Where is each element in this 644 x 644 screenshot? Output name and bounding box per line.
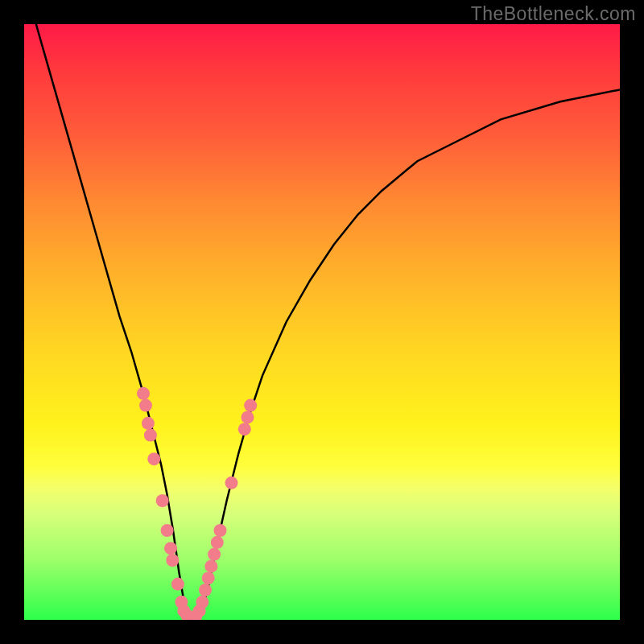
- plot-area: [24, 24, 620, 620]
- sample-point: [202, 572, 215, 584]
- sample-point: [225, 477, 238, 489]
- sample-point: [211, 536, 224, 549]
- sample-point: [214, 524, 227, 537]
- sample-point: [171, 578, 184, 591]
- sample-point: [142, 417, 155, 430]
- sample-point: [161, 524, 174, 537]
- bottleneck-curve: [36, 24, 620, 620]
- sample-point: [196, 596, 208, 609]
- sample-point: [144, 429, 157, 442]
- attribution-text: TheBottleneck.com: [471, 3, 636, 25]
- sample-point: [242, 411, 254, 423]
- sample-point: [166, 554, 179, 567]
- sample-point: [147, 452, 160, 465]
- sample-point: [156, 494, 169, 507]
- chart-frame: TheBottleneck.com: [0, 0, 644, 644]
- sample-point: [199, 584, 212, 597]
- curve-layer: [36, 24, 620, 620]
- sample-point: [208, 548, 221, 561]
- sample-point: [137, 387, 150, 400]
- sample-point: [244, 399, 257, 412]
- bottleneck-curve-svg: [24, 24, 620, 620]
- sample-point: [238, 423, 251, 436]
- sample-point: [139, 399, 152, 412]
- marker-layer: [137, 387, 257, 620]
- sample-point: [204, 559, 217, 572]
- sample-point: [164, 542, 177, 555]
